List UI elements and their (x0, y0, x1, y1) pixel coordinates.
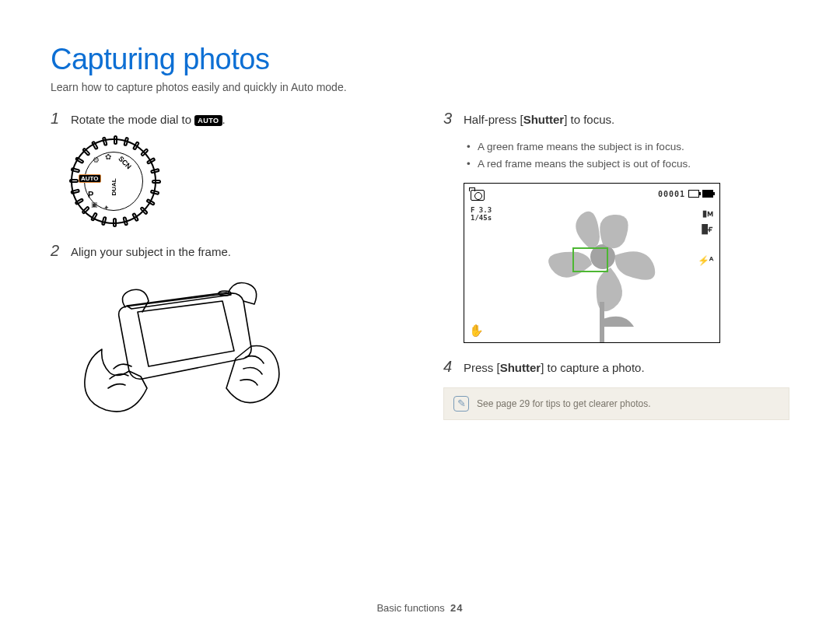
image-stabilization-icon: ✋ (469, 324, 484, 338)
step-number: 1 (51, 110, 61, 126)
step-2: 2 Align your subject in the frame. (51, 243, 397, 260)
dial-p-label: P (88, 190, 93, 199)
step-4-pre: Press [ (464, 361, 500, 374)
step-text: Half-press [Shutter] to focus. (464, 110, 614, 128)
page-title: Capturing photos (51, 43, 789, 76)
resolution-icon: ▮ᴍ (702, 208, 713, 219)
step-4-post: ] to capture a photo. (541, 361, 644, 374)
step-4: 4 Press [Shutter] to capture a photo. (443, 359, 789, 376)
step-text: Align your subject in the frame. (71, 243, 231, 260)
green-focus-frame (572, 247, 608, 272)
step-number: 2 (51, 243, 61, 258)
footer-section: Basic functions (376, 602, 444, 614)
step-1-post: . (222, 113, 226, 126)
dial-auto-label: AUTO (79, 174, 101, 183)
bullet-green-frame: A green frame means the subject is in fo… (467, 138, 789, 156)
dial-mode-icon: ▣ (91, 201, 98, 208)
step-number: 4 (443, 359, 454, 374)
step-number: 3 (443, 110, 454, 126)
dial-mode-icon: ⚙ (93, 156, 100, 164)
page-number: 24 (450, 602, 463, 614)
step-1: 1 Rotate the mode dial to AUTO. (51, 110, 397, 128)
camera-mode-icon (471, 190, 485, 201)
note-icon: ✎ (453, 396, 469, 412)
step-3: 3 Half-press [Shutter] to focus. (443, 110, 789, 128)
battery-icon (702, 190, 713, 198)
dial-dual-label: DUAL (110, 179, 117, 196)
step-1-pre: Rotate the mode dial to (71, 113, 194, 126)
auto-mode-badge: AUTO (194, 115, 222, 126)
right-column: 3 Half-press [Shutter] to focus. A green… (443, 110, 789, 431)
step-text: Rotate the mode dial to AUTO. (71, 110, 226, 128)
step-text: Press [Shutter] to capture a photo. (464, 359, 645, 376)
flower-subject-icon (539, 210, 667, 342)
shutter-speed-value: 1/45s (471, 215, 492, 222)
dial-mode-icon: ✦ (103, 204, 110, 212)
step-3-pre: Half-press [ (464, 113, 523, 126)
page-footer: Basic functions 24 (0, 602, 840, 614)
mode-dial-illustration: AUTO DUAL P SCN ⚙ ✿ ▣ ✦ (71, 138, 156, 224)
dial-mode-icon: ✿ (105, 152, 111, 161)
exposure-readout: F 3.3 1/45s (471, 207, 492, 222)
tip-callout: ✎ See page 29 for tips to get clearer ph… (443, 387, 789, 420)
flash-auto-icon: ⚡ᴬ (698, 255, 713, 266)
hands-camera-illustration (71, 271, 289, 415)
shutter-label: Shutter (500, 361, 541, 374)
page-subtitle: Learn how to capture photos easily and q… (51, 81, 789, 93)
memory-icon (688, 190, 699, 198)
bullet-red-frame: A red frame means the subject is out of … (467, 156, 789, 173)
photo-counter: 00001 (658, 190, 685, 198)
step-3-bullets: A green frame means the subject is in fo… (467, 138, 789, 172)
step-3-post: ] to focus. (564, 113, 614, 126)
shutter-label: Shutter (523, 113, 565, 126)
quality-icon: █ғ (702, 224, 713, 234)
left-column: 1 Rotate the mode dial to AUTO. AUTO DUA… (51, 110, 397, 431)
tip-text: See page 29 for tips to get clearer phot… (477, 398, 650, 409)
camera-screen-illustration: 00001 F 3.3 1/45s ▮ᴍ █ғ ⚡ᴬ ✋ (464, 183, 720, 343)
